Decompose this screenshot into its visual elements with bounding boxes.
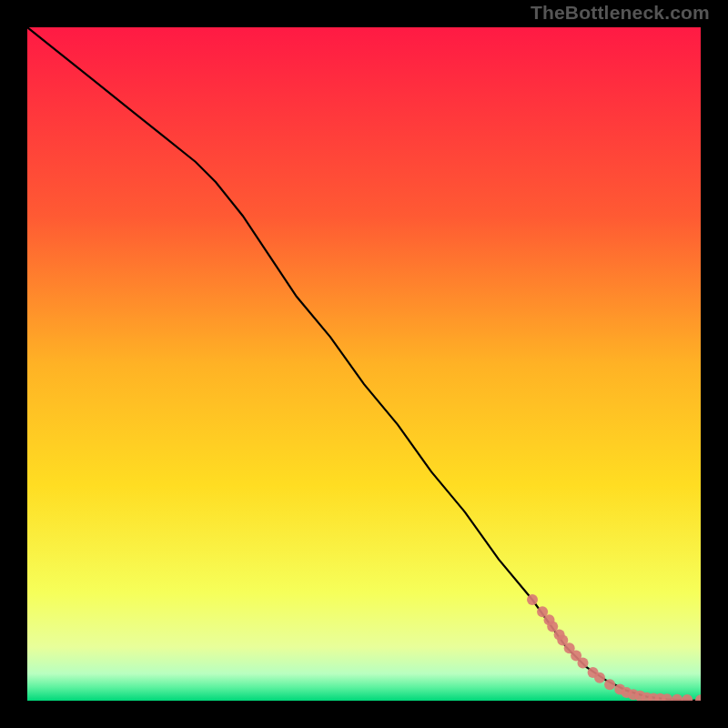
data-point: [594, 672, 605, 683]
data-point: [527, 594, 538, 605]
chart-area: [27, 27, 701, 701]
watermark-text: TheBottleneck.com: [531, 2, 710, 24]
data-point: [604, 679, 615, 690]
gradient-background: [27, 27, 701, 701]
data-point: [578, 658, 589, 669]
chart-svg: [27, 27, 701, 701]
